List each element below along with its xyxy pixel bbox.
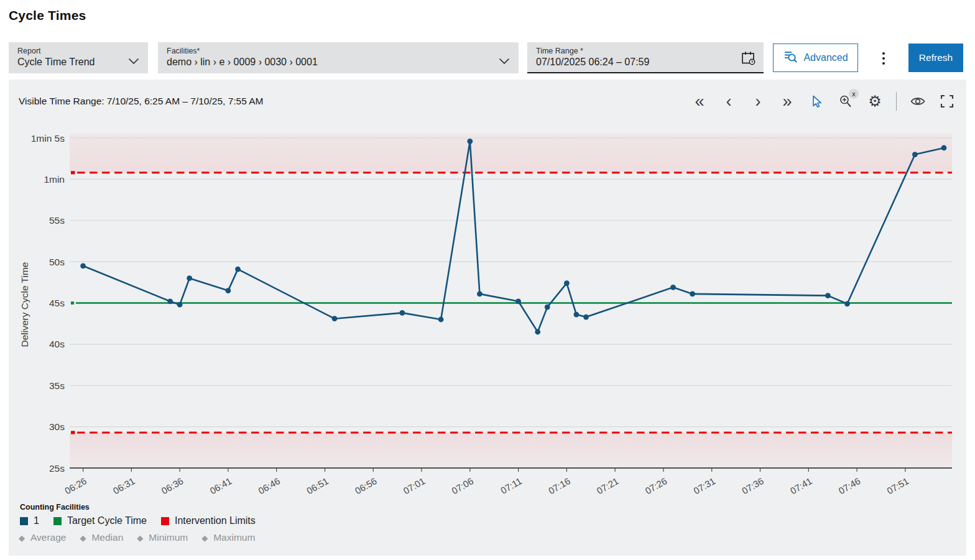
step-forward-icon[interactable]: › — [750, 93, 766, 109]
diamond-icon: ◆ — [19, 533, 25, 543]
y-tick-label: 25s — [49, 463, 65, 474]
legend-item-minimum[interactable]: ◆ Minimum — [137, 532, 188, 543]
x-tick-label: 07:06 — [450, 475, 475, 496]
page-title: Cycle Times — [9, 8, 86, 23]
x-tick-label: 06:46 — [256, 475, 282, 496]
visibility-eye-icon[interactable] — [910, 93, 926, 109]
report-label: Report — [17, 47, 139, 55]
series-swatch — [20, 517, 28, 525]
legend-item-target-cycle-time[interactable]: Target Cycle Time — [53, 515, 147, 526]
data-point — [477, 291, 483, 297]
x-tick-label: 07:41 — [788, 475, 814, 496]
facilities-select[interactable]: Facilities* demo › lin › e › 0009 › 0030… — [158, 42, 519, 73]
legend-stats-row: ◆ Average ◆ Median ◆ Minimum ◆ Maximum — [19, 532, 255, 543]
data-point — [941, 145, 947, 151]
time-range-field[interactable]: Time Range * 07/10/2025 06:24 – 07:59 — [527, 42, 764, 73]
chart-panel: Visible Time Range: 7/10/25, 6:25 AM – 7… — [9, 80, 966, 556]
data-point — [400, 310, 405, 316]
x-tick-label: 07:21 — [595, 475, 621, 496]
y-tick-label: 35s — [49, 380, 65, 391]
diamond-icon: ◆ — [80, 533, 86, 543]
x-tick-label: 06:26 — [63, 475, 88, 496]
facilities-label: Facilities* — [167, 47, 510, 55]
y-tick-label: 55s — [49, 215, 65, 226]
data-point — [690, 291, 695, 297]
data-point — [226, 288, 231, 293]
advanced-search-icon — [783, 50, 798, 67]
x-tick-label: 06:51 — [305, 475, 330, 496]
legend-item-maximum[interactable]: ◆ Maximum — [201, 532, 255, 543]
lower-intervention-band — [70, 433, 952, 468]
data-point — [167, 298, 173, 304]
zoom-x-tool-icon[interactable]: x — [838, 93, 854, 109]
advanced-button[interactable]: Advanced — [773, 44, 858, 72]
data-point — [912, 152, 918, 157]
legend-item-label: Average — [30, 532, 66, 543]
y-tick-label: 30s — [49, 421, 65, 432]
x-tick-label: 07:11 — [499, 475, 524, 496]
data-point — [332, 316, 338, 321]
data-point — [583, 314, 589, 320]
advanced-button-label: Advanced — [803, 52, 848, 63]
data-point — [177, 302, 183, 308]
y-tick-label: 50s — [49, 257, 65, 267]
chart-toolbar: « ‹ › » x ⚙ — [691, 92, 955, 111]
skip-to-end-icon[interactable]: » — [779, 93, 795, 109]
x-tick-label: 06:56 — [353, 475, 379, 496]
x-tick-label: 06:31 — [111, 475, 137, 496]
x-tick-label: 07:51 — [885, 475, 910, 496]
legend-item-label: Minimum — [149, 532, 188, 543]
data-point — [535, 329, 540, 335]
data-point — [825, 293, 831, 298]
pointer-tool-icon[interactable] — [808, 93, 825, 109]
refresh-button[interactable]: Refresh — [908, 44, 963, 72]
intervention-limit-start-marker — [71, 431, 75, 434]
y-tick-label: 40s — [49, 339, 65, 349]
data-point — [235, 267, 241, 272]
fullscreen-icon[interactable] — [939, 93, 955, 109]
time-range-value: 07/10/2025 06:24 – 07:59 — [536, 55, 755, 69]
chevron-down-icon — [499, 56, 510, 67]
legend-item-label: Maximum — [213, 532, 255, 543]
cycle-time-chart[interactable]: 1min 5s1min55s50s45s40s35s30s25s06:2606:… — [9, 123, 966, 556]
x-tick-label: 07:01 — [401, 475, 427, 496]
settings-gear-icon[interactable]: ⚙ — [867, 93, 883, 109]
data-point — [80, 263, 86, 269]
legend-item-label: Intervention Limits — [175, 515, 256, 526]
legend-title: Counting Facilities — [20, 503, 90, 512]
target-swatch — [53, 517, 62, 525]
data-point — [670, 285, 676, 290]
data-point — [515, 298, 521, 304]
toolbar-divider — [896, 92, 897, 111]
zoom-x-badge: x — [849, 89, 859, 99]
x-tick-label: 07:31 — [691, 475, 717, 496]
intervention-limit-start-marker — [71, 171, 75, 174]
upper-intervention-band — [70, 134, 952, 173]
legend-series-row: 1 Target Cycle Time Intervention Limits — [20, 515, 256, 526]
legend-item-average[interactable]: ◆ Average — [19, 532, 66, 543]
more-options-kebab-icon[interactable] — [877, 48, 890, 68]
legend-item-intervention-limits[interactable]: Intervention Limits — [161, 515, 256, 526]
skip-to-start-icon[interactable]: « — [691, 93, 708, 109]
legend-item-label: Target Cycle Time — [67, 515, 147, 526]
data-point — [574, 312, 580, 318]
calendar-icon[interactable] — [741, 50, 756, 68]
time-range-label: Time Range * — [536, 47, 755, 55]
x-tick-label: 06:41 — [208, 475, 233, 496]
report-value: Cycle Time Trend — [17, 55, 139, 69]
data-point — [564, 280, 570, 286]
y-tick-label: 1min — [44, 174, 65, 185]
x-tick-label: 06:36 — [160, 475, 185, 496]
legend-item-median[interactable]: ◆ Median — [80, 532, 123, 543]
step-back-icon[interactable]: ‹ — [721, 93, 737, 109]
legend-item-label: Median — [91, 532, 123, 543]
x-tick-label: 07:46 — [836, 475, 862, 496]
x-tick-label: 07:26 — [643, 475, 668, 496]
diamond-icon: ◆ — [137, 533, 143, 543]
visible-time-range-text: Visible Time Range: 7/10/25, 6:25 AM – 7… — [19, 96, 264, 107]
diamond-icon: ◆ — [201, 533, 208, 543]
legend-item-facility[interactable]: 1 — [20, 515, 39, 526]
y-tick-label: 45s — [49, 298, 65, 308]
data-point — [438, 317, 444, 323]
report-select[interactable]: Report Cycle Time Trend — [9, 42, 148, 73]
